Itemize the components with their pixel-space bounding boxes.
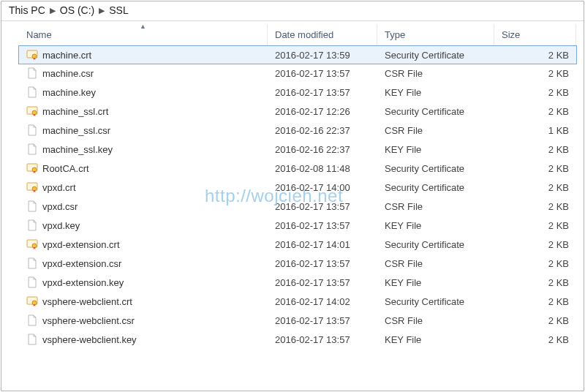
table-row[interactable]: vsphere-webclient.csr2016-02-17 13:57CSR… (19, 311, 576, 330)
cell-date: 2016-02-17 13:57 (268, 315, 377, 326)
file-icon (26, 143, 38, 155)
cell-name[interactable]: vpxd-extension.crt (19, 238, 268, 250)
table-row[interactable]: vpxd.crt2016-02-17 14:00Security Certifi… (19, 178, 576, 197)
cell-size: 2 KB (494, 68, 576, 79)
file-icon (26, 200, 38, 212)
column-header-name-label: Name (26, 29, 52, 40)
cell-type: KEY File (377, 220, 494, 231)
file-name: vsphere-webclient.crt (42, 296, 132, 307)
certificate-icon (26, 295, 38, 307)
file-icon (26, 333, 38, 345)
file-name: machine.crt (42, 50, 91, 61)
cell-size: 2 KB (494, 277, 576, 288)
table-row[interactable]: RootCA.crt2016-02-08 11:48Security Certi… (19, 159, 576, 178)
cell-size: 2 KB (494, 258, 576, 269)
file-icon (26, 219, 38, 231)
file-rows: machine.crt2016-02-17 13:59Security Cert… (19, 45, 576, 349)
column-headers: ▲ Name Date modified Type Size (19, 24, 576, 46)
cell-type: Security Certificate (377, 239, 494, 250)
cell-type: CSR File (377, 315, 494, 326)
certificate-icon (26, 105, 38, 117)
cell-size: 2 KB (494, 50, 576, 61)
certificate-icon (26, 49, 38, 61)
cell-type: Security Certificate (377, 163, 494, 174)
table-row[interactable]: vpxd.key2016-02-17 13:57KEY File2 KB (19, 216, 576, 235)
table-row[interactable]: machine_ssl.crt2016-02-17 12:26Security … (19, 102, 576, 121)
table-row[interactable]: machine.csr2016-02-17 13:57CSR File2 KB (19, 64, 576, 83)
certificate-icon (26, 238, 38, 250)
cell-date: 2016-02-17 13:57 (268, 201, 377, 212)
cell-size: 2 KB (494, 87, 576, 98)
cell-name[interactable]: machine_ssl.key (19, 143, 268, 155)
cell-type: CSR File (377, 258, 494, 269)
cell-size: 2 KB (494, 144, 576, 155)
cell-name[interactable]: machine.csr (19, 67, 268, 79)
cell-type: CSR File (377, 125, 494, 136)
cell-type: KEY File (377, 334, 494, 345)
cell-size: 2 KB (494, 334, 576, 345)
cell-type: Security Certificate (377, 182, 494, 193)
cell-date: 2016-02-17 13:57 (268, 68, 377, 79)
cell-name[interactable]: vsphere-webclient.csr (19, 314, 268, 326)
cell-name[interactable]: vpxd-extension.key (19, 276, 268, 288)
column-header-type-label: Type (385, 29, 405, 40)
file-name: vpxd-extension.key (42, 277, 124, 288)
cell-type: KEY File (377, 277, 494, 288)
column-header-size[interactable]: Size (494, 24, 576, 45)
file-icon (26, 124, 38, 136)
cell-name[interactable]: vpxd-extension.csr (19, 257, 268, 269)
breadcrumb-drive[interactable]: OS (C:) (60, 4, 94, 16)
file-name: vsphere-webclient.csr (42, 315, 135, 326)
cell-size: 2 KB (494, 163, 576, 174)
table-row[interactable]: vpxd-extension.csr2016-02-17 13:57CSR Fi… (19, 254, 576, 273)
cell-name[interactable]: machine.key (19, 86, 268, 98)
table-row[interactable]: machine_ssl.key2016-02-16 22:37KEY File2… (19, 140, 576, 159)
table-row[interactable]: vsphere-webclient.crt2016-02-17 14:02Sec… (19, 292, 576, 311)
cell-type: Security Certificate (377, 50, 494, 61)
file-icon (26, 276, 38, 288)
table-row[interactable]: machine.crt2016-02-17 13:59Security Cert… (18, 45, 577, 64)
cell-date: 2016-02-17 12:26 (268, 106, 377, 117)
cell-type: KEY File (377, 144, 494, 155)
cell-size: 2 KB (494, 220, 576, 231)
table-row[interactable]: machine_ssl.csr2016-02-16 22:37CSR File1… (19, 121, 576, 140)
table-row[interactable]: vpxd-extension.key2016-02-17 13:57KEY Fi… (19, 273, 576, 292)
table-row[interactable]: vsphere-webclient.key2016-02-17 13:57KEY… (19, 330, 576, 349)
cell-name[interactable]: vsphere-webclient.key (19, 333, 268, 345)
file-icon (26, 67, 38, 79)
chevron-right-icon: ▶ (99, 6, 105, 15)
cell-name[interactable]: vsphere-webclient.crt (19, 295, 268, 307)
cell-date: 2016-02-17 13:57 (268, 258, 377, 269)
chevron-right-icon: ▶ (50, 6, 56, 15)
cell-type: Security Certificate (377, 296, 494, 307)
file-name: vpxd.crt (42, 182, 76, 193)
file-name: vpxd-extension.crt (42, 239, 120, 250)
explorer-window: This PC ▶ OS (C:) ▶ SSL ▲ Name Date modi… (1, 1, 584, 391)
cell-name[interactable]: machine_ssl.crt (19, 105, 268, 117)
cell-size: 2 KB (494, 315, 576, 326)
breadcrumb[interactable]: This PC ▶ OS (C:) ▶ SSL (1, 1, 584, 21)
file-icon (26, 257, 38, 269)
cell-name[interactable]: vpxd.key (19, 219, 268, 231)
cell-size: 2 KB (494, 106, 576, 117)
cell-date: 2016-02-08 11:48 (268, 163, 377, 174)
table-row[interactable]: machine.key2016-02-17 13:57KEY File2 KB (19, 83, 576, 102)
table-row[interactable]: vpxd.csr2016-02-17 13:57CSR File2 KB (19, 197, 576, 216)
cell-date: 2016-02-17 13:57 (268, 220, 377, 231)
column-header-name[interactable]: ▲ Name (19, 24, 268, 45)
file-name: machine_ssl.csr (42, 125, 110, 136)
file-name: vpxd.key (42, 220, 80, 231)
cell-type: Security Certificate (377, 106, 494, 117)
breadcrumb-root[interactable]: This PC (9, 4, 45, 16)
cell-name[interactable]: RootCA.crt (19, 162, 268, 174)
column-header-date[interactable]: Date modified (268, 24, 377, 45)
cell-size: 2 KB (494, 182, 576, 193)
column-header-type[interactable]: Type (377, 24, 494, 45)
table-row[interactable]: vpxd-extension.crt2016-02-17 14:01Securi… (19, 235, 576, 254)
file-name: machine.csr (42, 68, 94, 79)
cell-name[interactable]: vpxd.crt (19, 181, 268, 193)
cell-name[interactable]: machine_ssl.csr (19, 124, 268, 136)
cell-name[interactable]: machine.crt (19, 49, 268, 61)
breadcrumb-folder[interactable]: SSL (109, 4, 128, 16)
cell-name[interactable]: vpxd.csr (19, 200, 268, 212)
